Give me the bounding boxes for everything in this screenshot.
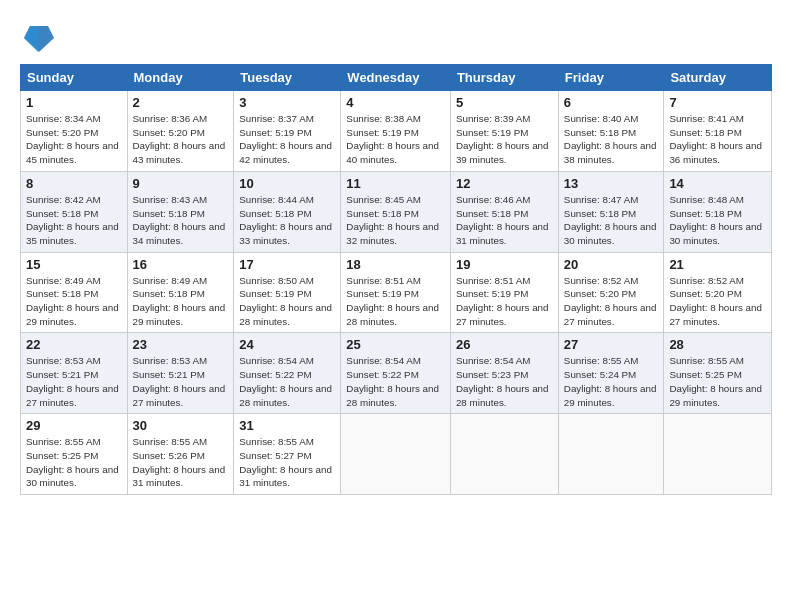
day-info: Sunrise: 8:53 AM Sunset: 5:21 PM Dayligh… bbox=[26, 354, 122, 409]
day-number: 5 bbox=[456, 95, 553, 110]
day-info: Sunrise: 8:55 AM Sunset: 5:25 PM Dayligh… bbox=[669, 354, 766, 409]
calendar-week-3: 15Sunrise: 8:49 AM Sunset: 5:18 PM Dayli… bbox=[21, 252, 772, 333]
day-info: Sunrise: 8:39 AM Sunset: 5:19 PM Dayligh… bbox=[456, 112, 553, 167]
calendar-cell bbox=[558, 414, 664, 495]
calendar-cell: 22Sunrise: 8:53 AM Sunset: 5:21 PM Dayli… bbox=[21, 333, 128, 414]
day-info: Sunrise: 8:34 AM Sunset: 5:20 PM Dayligh… bbox=[26, 112, 122, 167]
calendar-header-monday: Monday bbox=[127, 65, 234, 91]
day-info: Sunrise: 8:51 AM Sunset: 5:19 PM Dayligh… bbox=[346, 274, 445, 329]
calendar-cell: 21Sunrise: 8:52 AM Sunset: 5:20 PM Dayli… bbox=[664, 252, 772, 333]
calendar-cell bbox=[341, 414, 451, 495]
day-number: 18 bbox=[346, 257, 445, 272]
day-number: 31 bbox=[239, 418, 335, 433]
calendar-cell: 13Sunrise: 8:47 AM Sunset: 5:18 PM Dayli… bbox=[558, 171, 664, 252]
day-number: 14 bbox=[669, 176, 766, 191]
calendar-cell: 7Sunrise: 8:41 AM Sunset: 5:18 PM Daylig… bbox=[664, 91, 772, 172]
day-number: 15 bbox=[26, 257, 122, 272]
logo bbox=[20, 18, 54, 54]
day-info: Sunrise: 8:55 AM Sunset: 5:24 PM Dayligh… bbox=[564, 354, 659, 409]
calendar-cell: 15Sunrise: 8:49 AM Sunset: 5:18 PM Dayli… bbox=[21, 252, 128, 333]
day-number: 6 bbox=[564, 95, 659, 110]
calendar-cell: 6Sunrise: 8:40 AM Sunset: 5:18 PM Daylig… bbox=[558, 91, 664, 172]
day-info: Sunrise: 8:43 AM Sunset: 5:18 PM Dayligh… bbox=[133, 193, 229, 248]
day-info: Sunrise: 8:42 AM Sunset: 5:18 PM Dayligh… bbox=[26, 193, 122, 248]
calendar-header-wednesday: Wednesday bbox=[341, 65, 451, 91]
day-info: Sunrise: 8:54 AM Sunset: 5:23 PM Dayligh… bbox=[456, 354, 553, 409]
calendar-cell: 4Sunrise: 8:38 AM Sunset: 5:19 PM Daylig… bbox=[341, 91, 451, 172]
calendar-week-2: 8Sunrise: 8:42 AM Sunset: 5:18 PM Daylig… bbox=[21, 171, 772, 252]
day-number: 10 bbox=[239, 176, 335, 191]
day-info: Sunrise: 8:46 AM Sunset: 5:18 PM Dayligh… bbox=[456, 193, 553, 248]
day-info: Sunrise: 8:48 AM Sunset: 5:18 PM Dayligh… bbox=[669, 193, 766, 248]
calendar-cell: 30Sunrise: 8:55 AM Sunset: 5:26 PM Dayli… bbox=[127, 414, 234, 495]
calendar-week-1: 1Sunrise: 8:34 AM Sunset: 5:20 PM Daylig… bbox=[21, 91, 772, 172]
day-number: 25 bbox=[346, 337, 445, 352]
calendar-cell: 12Sunrise: 8:46 AM Sunset: 5:18 PM Dayli… bbox=[450, 171, 558, 252]
day-info: Sunrise: 8:54 AM Sunset: 5:22 PM Dayligh… bbox=[346, 354, 445, 409]
day-number: 27 bbox=[564, 337, 659, 352]
day-number: 30 bbox=[133, 418, 229, 433]
calendar-cell bbox=[450, 414, 558, 495]
day-number: 19 bbox=[456, 257, 553, 272]
day-info: Sunrise: 8:38 AM Sunset: 5:19 PM Dayligh… bbox=[346, 112, 445, 167]
day-number: 20 bbox=[564, 257, 659, 272]
calendar-cell: 8Sunrise: 8:42 AM Sunset: 5:18 PM Daylig… bbox=[21, 171, 128, 252]
calendar-cell: 11Sunrise: 8:45 AM Sunset: 5:18 PM Dayli… bbox=[341, 171, 451, 252]
calendar-cell: 1Sunrise: 8:34 AM Sunset: 5:20 PM Daylig… bbox=[21, 91, 128, 172]
calendar-header-row: SundayMondayTuesdayWednesdayThursdayFrid… bbox=[21, 65, 772, 91]
day-number: 1 bbox=[26, 95, 122, 110]
calendar-cell: 27Sunrise: 8:55 AM Sunset: 5:24 PM Dayli… bbox=[558, 333, 664, 414]
calendar-cell: 25Sunrise: 8:54 AM Sunset: 5:22 PM Dayli… bbox=[341, 333, 451, 414]
day-number: 7 bbox=[669, 95, 766, 110]
day-number: 9 bbox=[133, 176, 229, 191]
calendar-cell: 5Sunrise: 8:39 AM Sunset: 5:19 PM Daylig… bbox=[450, 91, 558, 172]
day-info: Sunrise: 8:52 AM Sunset: 5:20 PM Dayligh… bbox=[669, 274, 766, 329]
day-info: Sunrise: 8:55 AM Sunset: 5:27 PM Dayligh… bbox=[239, 435, 335, 490]
calendar-cell: 3Sunrise: 8:37 AM Sunset: 5:19 PM Daylig… bbox=[234, 91, 341, 172]
calendar-header-saturday: Saturday bbox=[664, 65, 772, 91]
day-number: 26 bbox=[456, 337, 553, 352]
day-info: Sunrise: 8:52 AM Sunset: 5:20 PM Dayligh… bbox=[564, 274, 659, 329]
day-info: Sunrise: 8:50 AM Sunset: 5:19 PM Dayligh… bbox=[239, 274, 335, 329]
day-info: Sunrise: 8:53 AM Sunset: 5:21 PM Dayligh… bbox=[133, 354, 229, 409]
day-number: 17 bbox=[239, 257, 335, 272]
day-number: 16 bbox=[133, 257, 229, 272]
calendar-cell: 18Sunrise: 8:51 AM Sunset: 5:19 PM Dayli… bbox=[341, 252, 451, 333]
calendar-header-tuesday: Tuesday bbox=[234, 65, 341, 91]
calendar-table: SundayMondayTuesdayWednesdayThursdayFrid… bbox=[20, 64, 772, 495]
calendar-cell: 26Sunrise: 8:54 AM Sunset: 5:23 PM Dayli… bbox=[450, 333, 558, 414]
day-info: Sunrise: 8:55 AM Sunset: 5:26 PM Dayligh… bbox=[133, 435, 229, 490]
calendar-cell: 28Sunrise: 8:55 AM Sunset: 5:25 PM Dayli… bbox=[664, 333, 772, 414]
calendar-cell: 19Sunrise: 8:51 AM Sunset: 5:19 PM Dayli… bbox=[450, 252, 558, 333]
page: SundayMondayTuesdayWednesdayThursdayFrid… bbox=[0, 0, 792, 612]
calendar-header-sunday: Sunday bbox=[21, 65, 128, 91]
day-info: Sunrise: 8:45 AM Sunset: 5:18 PM Dayligh… bbox=[346, 193, 445, 248]
day-number: 22 bbox=[26, 337, 122, 352]
day-number: 23 bbox=[133, 337, 229, 352]
calendar-cell: 31Sunrise: 8:55 AM Sunset: 5:27 PM Dayli… bbox=[234, 414, 341, 495]
day-info: Sunrise: 8:37 AM Sunset: 5:19 PM Dayligh… bbox=[239, 112, 335, 167]
logo-icon bbox=[24, 18, 54, 54]
day-number: 21 bbox=[669, 257, 766, 272]
calendar-cell: 23Sunrise: 8:53 AM Sunset: 5:21 PM Dayli… bbox=[127, 333, 234, 414]
day-info: Sunrise: 8:55 AM Sunset: 5:25 PM Dayligh… bbox=[26, 435, 122, 490]
calendar-week-4: 22Sunrise: 8:53 AM Sunset: 5:21 PM Dayli… bbox=[21, 333, 772, 414]
day-info: Sunrise: 8:40 AM Sunset: 5:18 PM Dayligh… bbox=[564, 112, 659, 167]
day-number: 24 bbox=[239, 337, 335, 352]
calendar-cell: 14Sunrise: 8:48 AM Sunset: 5:18 PM Dayli… bbox=[664, 171, 772, 252]
calendar-cell: 20Sunrise: 8:52 AM Sunset: 5:20 PM Dayli… bbox=[558, 252, 664, 333]
calendar-week-5: 29Sunrise: 8:55 AM Sunset: 5:25 PM Dayli… bbox=[21, 414, 772, 495]
svg-marker-1 bbox=[24, 26, 38, 52]
day-info: Sunrise: 8:49 AM Sunset: 5:18 PM Dayligh… bbox=[133, 274, 229, 329]
day-info: Sunrise: 8:41 AM Sunset: 5:18 PM Dayligh… bbox=[669, 112, 766, 167]
day-info: Sunrise: 8:51 AM Sunset: 5:19 PM Dayligh… bbox=[456, 274, 553, 329]
day-info: Sunrise: 8:47 AM Sunset: 5:18 PM Dayligh… bbox=[564, 193, 659, 248]
day-number: 29 bbox=[26, 418, 122, 433]
calendar-cell: 9Sunrise: 8:43 AM Sunset: 5:18 PM Daylig… bbox=[127, 171, 234, 252]
day-number: 8 bbox=[26, 176, 122, 191]
calendar-cell: 29Sunrise: 8:55 AM Sunset: 5:25 PM Dayli… bbox=[21, 414, 128, 495]
day-number: 13 bbox=[564, 176, 659, 191]
calendar-cell: 16Sunrise: 8:49 AM Sunset: 5:18 PM Dayli… bbox=[127, 252, 234, 333]
day-number: 3 bbox=[239, 95, 335, 110]
calendar-cell bbox=[664, 414, 772, 495]
